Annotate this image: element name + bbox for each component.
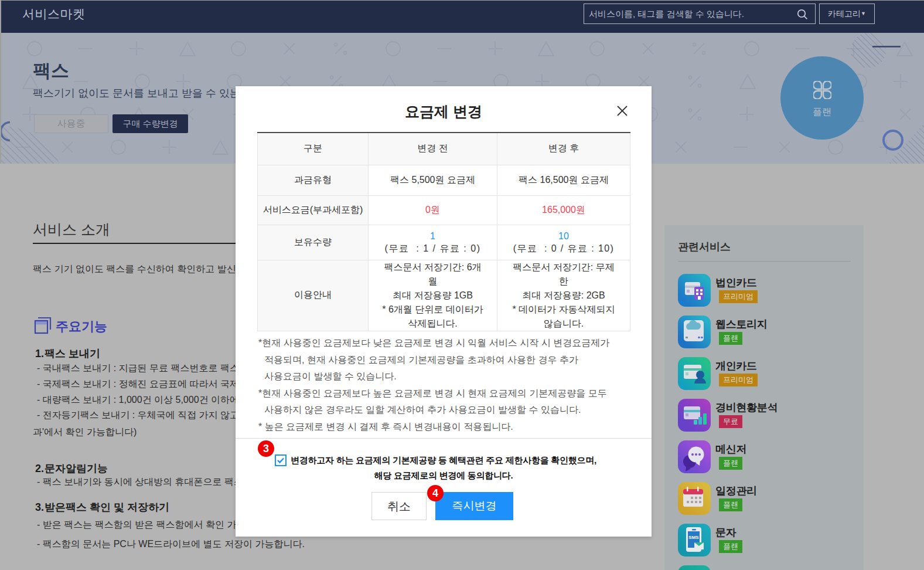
svg-text:SMS: SMS <box>688 535 699 540</box>
